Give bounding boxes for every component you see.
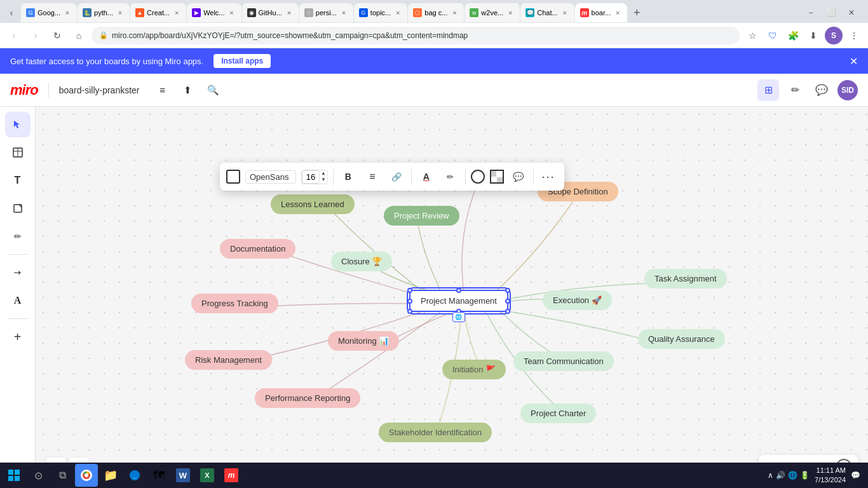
node-lessons-learned[interactable]: Lessons Learned <box>271 194 355 214</box>
taskbar-maps-button[interactable]: 🗺 <box>147 464 170 487</box>
tab-google[interactable]: G Goog... × <box>21 3 77 22</box>
start-button[interactable] <box>3 464 25 487</box>
profile-icon[interactable]: S <box>825 27 843 44</box>
pen-tool-button[interactable]: ✏ <box>5 224 31 249</box>
address-bar[interactable]: 🔒 miro.com/app/board/uXjVKzYOYjE=/?utm_s… <box>92 27 740 44</box>
link-button[interactable]: 🔗 <box>387 168 406 186</box>
pattern-button[interactable] <box>490 170 504 184</box>
reload-button[interactable]: ↻ <box>48 27 66 44</box>
tab-close-github[interactable]: × <box>285 9 294 17</box>
tab-close-python[interactable]: × <box>116 9 125 17</box>
close-button[interactable]: ✕ <box>843 4 860 22</box>
banner-close-button[interactable]: ✕ <box>850 55 858 67</box>
tab-w2ve[interactable]: w w2ve... × <box>465 3 520 22</box>
home-button[interactable]: ⌂ <box>70 27 88 44</box>
maximize-button[interactable]: ⬜ <box>822 4 840 22</box>
node-risk-management[interactable]: Risk Management <box>185 350 272 370</box>
align-button[interactable]: ≡ <box>363 168 382 186</box>
tab-close-board[interactable]: × <box>613 9 622 17</box>
font-size-up-arrow[interactable]: ▲ <box>320 170 327 177</box>
shape-selector-button[interactable] <box>226 170 240 184</box>
text-color-button[interactable]: A <box>417 168 436 186</box>
comment-tool-button[interactable]: ✏ <box>784 79 806 101</box>
taskbar-file-button[interactable]: 📁 <box>99 464 122 487</box>
taskbar-speaker-icon[interactable]: 🔊 <box>776 471 785 480</box>
bold-button[interactable]: B <box>339 168 358 186</box>
node-progress-tracking[interactable]: Progress Tracking <box>191 294 278 313</box>
taskbar-miro-button[interactable]: m <box>220 464 243 487</box>
tab-bag[interactable]: ⬡ bag c... × <box>408 3 464 22</box>
arrow-tool-button[interactable]: ↗ <box>0 255 36 291</box>
taskbar-arrow-icon[interactable]: ∧ <box>768 471 773 480</box>
node-monitoring[interactable]: Monitoring 📊 <box>328 331 399 351</box>
font-family-selector[interactable]: OpenSans <box>245 170 296 184</box>
new-tab-button[interactable]: + <box>628 4 646 22</box>
canvas-area[interactable]: OpenSans 16 ▲ ▼ B ≡ 🔗 A ✏ 💬 · <box>36 107 868 488</box>
font-size-down-arrow[interactable]: ▼ <box>320 177 327 183</box>
tab-board[interactable]: m boar... × <box>575 3 628 22</box>
tab-python[interactable]: 🐍 pyth... × <box>78 3 130 22</box>
tab-close-create[interactable]: × <box>172 9 181 17</box>
tab-close-topic[interactable]: × <box>393 9 402 17</box>
text-tool-button[interactable]: T <box>5 168 31 193</box>
user-avatar[interactable]: SID <box>837 80 858 100</box>
tab-persi[interactable]: ○ persi... × <box>299 3 353 22</box>
tab-close-w2ve[interactable]: × <box>506 9 515 17</box>
taskbar-excel-button[interactable]: X <box>196 464 219 487</box>
hamburger-menu-button[interactable]: ≡ <box>153 80 173 100</box>
task-view-button[interactable]: ⧉ <box>51 464 74 487</box>
text-insert-button[interactable]: A <box>5 288 31 313</box>
forward-button[interactable]: › <box>27 27 44 44</box>
menu-icon[interactable]: ⋮ <box>845 27 863 44</box>
font-size-value[interactable]: 16 <box>302 170 320 184</box>
extensions-icon[interactable]: 🧩 <box>784 27 802 44</box>
shield-icon[interactable]: 🛡 <box>764 27 782 44</box>
install-apps-button[interactable]: Install apps <box>214 54 271 68</box>
node-execution[interactable]: Execution 🚀 <box>543 290 612 310</box>
comment-button[interactable]: 💬 <box>509 168 528 186</box>
taskbar-network-icon[interactable]: 🌐 <box>788 471 797 480</box>
node-project-review[interactable]: Project Review <box>384 206 459 226</box>
tab-close-chat[interactable]: × <box>560 9 569 17</box>
highlight-button[interactable]: ✏ <box>441 168 460 186</box>
search-button[interactable]: 🔍 <box>203 80 224 100</box>
node-performance-reporting[interactable]: Performance Reporting <box>255 388 360 408</box>
share-button[interactable]: ⬆ <box>178 80 198 100</box>
node-initiation[interactable]: Initiation 🚩 <box>442 360 506 379</box>
node-closure[interactable]: Closure 🏆 <box>331 252 392 271</box>
back-button[interactable]: ‹ <box>5 27 23 44</box>
tab-close-bag[interactable]: × <box>450 9 459 17</box>
node-team-communication[interactable]: Team Communication <box>513 351 614 371</box>
more-options-button[interactable]: ··· <box>539 168 558 186</box>
taskbar-chrome-button[interactable] <box>75 464 98 487</box>
bookmark-star-icon[interactable]: ☆ <box>743 27 761 44</box>
notification-icon[interactable]: 💬 <box>851 471 860 480</box>
tab-close-persi[interactable]: × <box>339 9 348 17</box>
tab-close-welcome[interactable]: × <box>227 9 236 17</box>
node-task-assignment[interactable]: Task Assignment <box>644 269 727 288</box>
frame-tool-button[interactable]: ⊞ <box>757 79 779 101</box>
tab-welcome[interactable]: ▶ Welc... × <box>187 3 241 22</box>
node-documentation[interactable]: Documentation <box>220 239 295 259</box>
taskbar-battery-icon[interactable]: 🔋 <box>800 471 810 480</box>
minimize-button[interactable]: − <box>802 4 820 22</box>
search-taskbar-button[interactable]: ⊙ <box>27 464 50 487</box>
taskbar-word-button[interactable]: W <box>172 464 194 487</box>
translate-button[interactable]: 🌐 <box>452 312 465 322</box>
node-project-charter[interactable]: Project Charter <box>520 403 596 423</box>
node-stakeholder-identification[interactable]: Stakeholder Identification <box>379 423 492 442</box>
table-tool-button[interactable] <box>5 140 31 165</box>
taskbar-edge-button[interactable] <box>123 464 146 487</box>
node-quality-assurance[interactable]: Quality Assurance <box>638 329 725 349</box>
tab-topic[interactable]: G topic... × <box>354 3 407 22</box>
add-tool-button[interactable]: + <box>5 324 31 349</box>
taskbar-clock[interactable]: 11:11 AM 7/13/2024 <box>815 466 846 485</box>
tab-close-google[interactable]: × <box>63 9 72 17</box>
node-project-management[interactable]: Project Management 🌐 <box>409 290 508 312</box>
tab-chat[interactable]: 💬 Chat... × <box>520 3 574 22</box>
sticky-note-button[interactable] <box>5 196 31 221</box>
tab-github[interactable]: ◉ GitHu... × <box>242 3 299 22</box>
tab-nav-left[interactable]: ‹ <box>3 4 20 22</box>
tab-create[interactable]: ▲ Creat... × <box>130 3 186 22</box>
fill-color-button[interactable] <box>471 170 485 184</box>
